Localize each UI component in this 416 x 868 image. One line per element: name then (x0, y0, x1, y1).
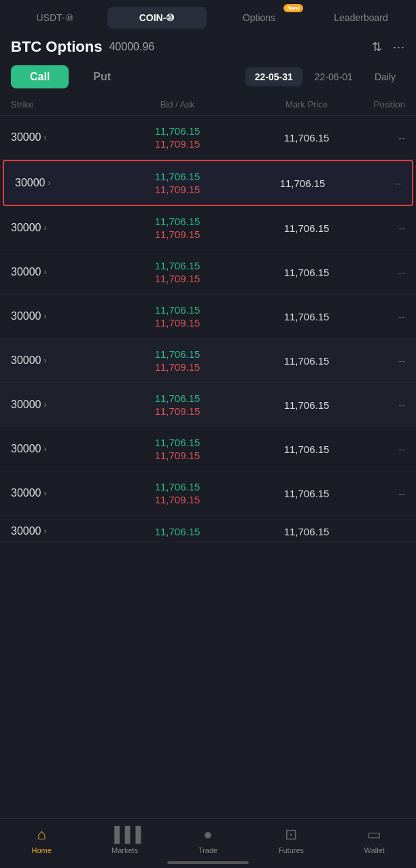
table-row[interactable]: 30000 › 11,706.15 11,709.15 11,706.15-- (0, 250, 416, 295)
table-row[interactable]: 30000 › 11,706.15 11,709.15 11,706.15-- (0, 339, 416, 383)
bid-price: 11,706.15 (155, 125, 201, 137)
ask-price: 11,709.15 (155, 229, 201, 240)
strike-value: 30000 (11, 443, 41, 455)
call-button[interactable]: Call (11, 65, 69, 88)
mark-price-cell: 11,706.15 (258, 178, 347, 189)
mark-price-cell: 11,706.15 (262, 132, 351, 144)
nav-trade[interactable]: ● Trade (167, 826, 249, 854)
tab-usdt[interactable]: USDT-⑩ (5, 7, 105, 29)
ask-price: 11,709.15 (155, 494, 201, 505)
table-row[interactable]: 30000 ›11,706.1511,706.15 (0, 516, 416, 542)
strike-value: 30000 (11, 525, 41, 537)
controls-row: Call Put 22-05-31 22-06-01 Daily (0, 63, 416, 91)
col-bid-ask: Bid / Ask (92, 99, 262, 110)
bid-price: 11,706.15 (155, 260, 201, 271)
table-row[interactable]: 30000 › 11,706.15 11,709.15 11,706.15-- (0, 116, 416, 160)
position-cell: -- (351, 267, 405, 278)
put-button[interactable]: Put (74, 65, 130, 88)
ask-price: 11,709.15 (155, 273, 201, 284)
tab-coin[interactable]: COIN-⑩ (107, 7, 207, 29)
date-tabs: 22-05-31 22-06-01 Daily (245, 67, 405, 86)
table-row[interactable]: 30000 › 11,706.15 11,709.15 11,706.15-- (0, 206, 416, 250)
position-cell: -- (351, 222, 405, 234)
mark-price-cell: 11,706.15 (262, 399, 351, 411)
bid-price: 11,706.15 (155, 171, 201, 182)
strike-cell: 30000 › (11, 487, 92, 499)
nav-home-label: Home (32, 846, 52, 854)
chevron-icon: › (48, 178, 51, 188)
strike-cell: 30000 › (11, 525, 92, 537)
date-tab-2[interactable]: Daily (365, 67, 405, 86)
mark-price-cell: 11,706.15 (262, 488, 351, 499)
ask-price: 11,709.15 (155, 138, 201, 150)
ask-price: 11,709.15 (155, 405, 201, 417)
bid-ask-cell: 11,706.15 11,709.15 (92, 437, 262, 461)
strike-value: 30000 (11, 487, 41, 499)
table-row[interactable]: 30000 › 11,706.15 11,709.15 11,706.15-- (0, 295, 416, 339)
tab-options[interactable]: New Options (209, 7, 309, 29)
table-row[interactable]: 30000 › 11,706.15 11,709.15 11,706.15-- (0, 471, 416, 516)
strike-value: 30000 (11, 310, 41, 322)
position-cell: -- (351, 488, 405, 499)
mark-price-cell: 11,706.15 (262, 444, 351, 455)
strike-cell: 30000 › (11, 310, 92, 322)
strike-value: 30000 (15, 177, 46, 189)
bid-ask-cell: 11,706.15 11,709.15 (92, 216, 262, 240)
table-row[interactable]: 30000 › 11,706.15 11,709.15 11,706.15-- (0, 383, 416, 427)
more-icon[interactable]: ··· (393, 40, 405, 54)
table-row[interactable]: 30000 › 11,706.15 11,709.15 11,706.15-- (0, 427, 416, 471)
page-header: BTC Options 40000.96 ⇅ ··· (0, 29, 416, 63)
date-tab-1[interactable]: 22-06-01 (305, 67, 362, 86)
col-mark-price: Mark Price (262, 99, 351, 110)
table-header: Strike Bid / Ask Mark Price Position (0, 94, 416, 116)
bid-ask-cell: 11,706.15 11,709.15 (97, 171, 258, 195)
nav-futures-label: Futures (279, 846, 304, 854)
position-cell: -- (351, 355, 405, 367)
chevron-icon: › (44, 312, 47, 321)
chevron-icon: › (44, 223, 47, 233)
nav-home[interactable]: ⌂ Home (0, 826, 83, 854)
nav-trade-label: Trade (198, 846, 218, 854)
header-icons: ⇅ ··· (372, 39, 405, 54)
nav-markets[interactable]: ▐▐▐ Markets (83, 826, 166, 854)
strike-cell: 30000 › (11, 354, 92, 367)
chevron-icon: › (44, 400, 47, 410)
filter-icon[interactable]: ⇅ (372, 39, 382, 54)
bid-ask-cell: 11,706.15 (92, 526, 262, 537)
home-icon: ⌂ (37, 826, 46, 844)
chevron-icon: › (44, 133, 47, 142)
nav-futures[interactable]: ⊡ Futures (249, 826, 332, 854)
table-row[interactable]: 30000 › 11,706.15 11,709.15 11,706.15-- (3, 160, 413, 206)
bid-ask-cell: 11,706.15 11,709.15 (92, 304, 262, 329)
bid-ask-cell: 11,706.15 11,709.15 (92, 260, 262, 284)
home-indicator (167, 861, 249, 864)
tab-leaderboard[interactable]: Leaderboard (311, 7, 411, 29)
strike-cell: 30000 › (11, 131, 92, 144)
position-cell: -- (351, 132, 405, 144)
bid-price: 11,706.15 (155, 216, 201, 227)
chevron-icon: › (44, 267, 47, 277)
ask-price: 11,709.15 (155, 184, 201, 195)
position-cell: -- (351, 444, 405, 455)
bid-price: 11,706.15 (155, 437, 201, 448)
bid-price: 11,706.15 (155, 348, 201, 360)
chevron-icon: › (44, 356, 47, 365)
date-tab-0[interactable]: 22-05-31 (245, 67, 302, 86)
new-badge: New (283, 4, 303, 12)
bid-price: 11,706.15 (155, 526, 201, 537)
bid-ask-cell: 11,706.15 11,709.15 (92, 393, 262, 417)
nav-wallet[interactable]: ▭ Wallet (333, 826, 416, 854)
chevron-icon: › (44, 527, 47, 536)
top-navigation: USDT-⑩ COIN-⑩ New Options Leaderboard (0, 0, 416, 29)
bid-price: 11,706.15 (155, 481, 201, 493)
futures-icon: ⊡ (285, 826, 297, 844)
nav-wallet-label: Wallet (364, 846, 385, 854)
strike-cell: 30000 › (15, 177, 97, 189)
trade-icon: ● (203, 826, 212, 844)
col-position: Position (351, 99, 405, 110)
strike-value: 30000 (11, 131, 41, 144)
strike-cell: 30000 › (11, 266, 92, 278)
mark-price-cell: 11,706.15 (262, 267, 351, 278)
page-title: BTC Options (11, 38, 102, 56)
bid-ask-cell: 11,706.15 11,709.15 (92, 125, 262, 150)
